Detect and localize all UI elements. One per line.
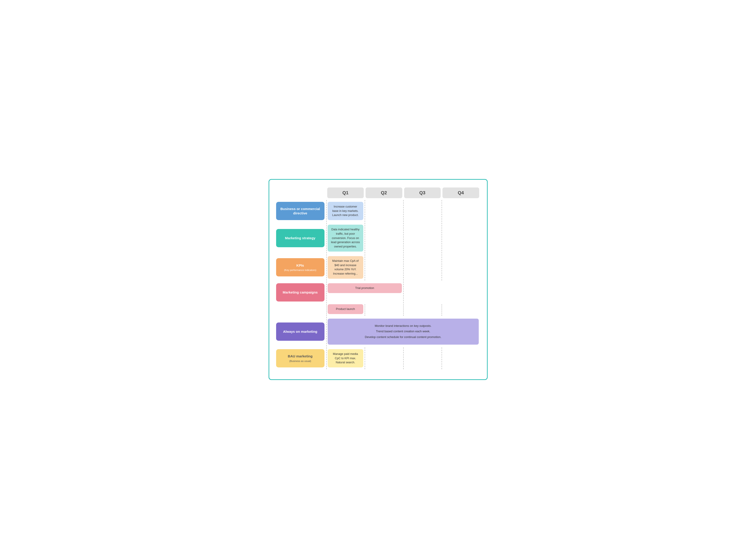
kpis-q1: Maintain max CpA of $40 and increase vol… bbox=[326, 254, 365, 281]
campaigns-label-spacer bbox=[276, 304, 326, 316]
business-q4 bbox=[441, 200, 480, 222]
always-on-box: Monitor brand interactions on key outpos… bbox=[328, 319, 479, 344]
label-always: Always on marketing bbox=[276, 317, 326, 346]
label-kpis: KPIs (Key performance indicators) bbox=[276, 254, 326, 281]
row-strategy: Marketing strategy Data indicated health… bbox=[276, 223, 480, 253]
business-q2 bbox=[365, 200, 403, 222]
row-campaigns: Marketing campaigns Trial promotion bbox=[276, 282, 480, 303]
campaigns-product-area: Product launch bbox=[326, 304, 365, 316]
bau-q1-box: Manage paid media CpC to KPI max. Natura… bbox=[328, 349, 364, 367]
trial-promotion-box: Trial promotion bbox=[328, 283, 402, 293]
label-strategy: Marketing strategy bbox=[276, 223, 326, 253]
row-business: Business or commercial directive Increas… bbox=[276, 200, 480, 222]
q2-header: Q2 bbox=[366, 187, 402, 198]
bau-q2 bbox=[365, 348, 403, 369]
strategy-q1: Data indicated healthy traffic, but poor… bbox=[326, 223, 365, 253]
label-bau: BAU marketing (Business as usual) bbox=[276, 348, 326, 369]
label-box-always: Always on marketing bbox=[276, 322, 324, 341]
row-campaigns-product: Product launch bbox=[276, 304, 480, 316]
kpis-q3 bbox=[403, 254, 442, 281]
header-row: Q1 Q2 Q3 Q4 bbox=[276, 186, 480, 200]
q1-header: Q1 bbox=[327, 187, 364, 198]
always-content-area: Monitor brand interactions on key outpos… bbox=[326, 317, 480, 346]
data-rows: Business or commercial directive Increas… bbox=[276, 200, 480, 370]
label-box-strategy: Marketing strategy bbox=[276, 229, 324, 247]
chart-wrapper: Q1 Q2 Q3 Q4 Business or commercial direc… bbox=[268, 179, 488, 380]
campaigns-empty bbox=[403, 282, 480, 303]
camp-q2-empty bbox=[365, 304, 403, 316]
row-always: Always on marketing Monitor brand intera… bbox=[276, 317, 480, 346]
label-box-bau: BAU marketing (Business as usual) bbox=[276, 349, 324, 367]
strategy-q3 bbox=[403, 223, 442, 253]
camp-q4-empty bbox=[441, 304, 480, 316]
row-kpis: KPIs (Key performance indicators) Mainta… bbox=[276, 254, 480, 281]
product-launch-box: Product launch bbox=[328, 304, 364, 314]
label-business: Business or commercial directive bbox=[276, 200, 326, 222]
business-q1: Increase customer base in key markets. L… bbox=[326, 200, 365, 222]
label-campaigns: Marketing campaigns bbox=[276, 282, 326, 303]
bau-q1: Manage paid media CpC to KPI max. Natura… bbox=[326, 348, 365, 369]
kpis-q1-box: Maintain max CpA of $40 and increase vol… bbox=[328, 256, 364, 279]
header-empty bbox=[276, 186, 326, 200]
kpis-q2 bbox=[365, 254, 403, 281]
q3-header: Q3 bbox=[404, 187, 441, 198]
strategy-q2 bbox=[365, 223, 403, 253]
strategy-q1-box: Data indicated healthy traffic, but poor… bbox=[328, 225, 364, 251]
business-q1-box: Increase customer base in key markets. L… bbox=[328, 202, 364, 220]
label-box-campaigns: Marketing campaigns bbox=[276, 283, 324, 301]
kpis-q4 bbox=[441, 254, 480, 281]
row-bau: BAU marketing (Business as usual) Manage… bbox=[276, 348, 480, 369]
label-box-business: Business or commercial directive bbox=[276, 202, 324, 220]
strategy-q4 bbox=[441, 223, 480, 253]
camp-q3-empty bbox=[403, 304, 442, 316]
q4-header: Q4 bbox=[442, 187, 479, 198]
label-box-kpis: KPIs (Key performance indicators) bbox=[276, 258, 324, 276]
bau-q4 bbox=[441, 348, 480, 369]
business-q3 bbox=[403, 200, 442, 222]
campaigns-trial-area: Trial promotion bbox=[326, 282, 403, 303]
bau-q3 bbox=[403, 348, 442, 369]
